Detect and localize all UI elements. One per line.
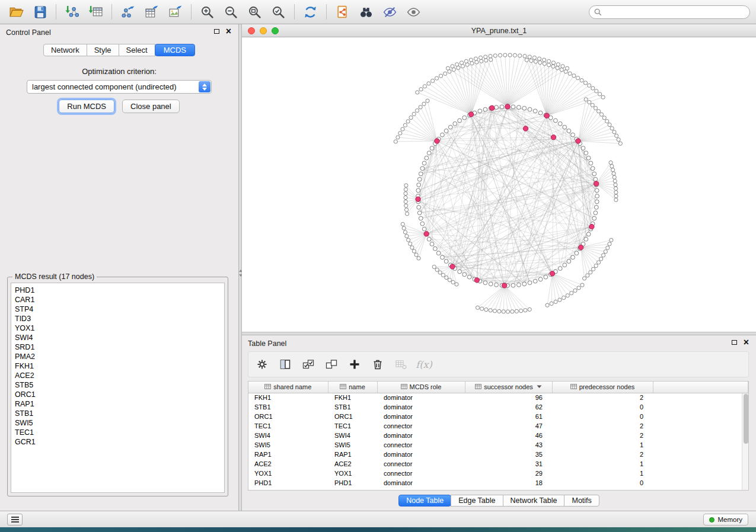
node-table-cell[interactable]: 61 <box>465 412 552 421</box>
node-table-cell[interactable]: PHD1 <box>248 478 328 488</box>
node-table-cell[interactable]: 29 <box>465 469 552 478</box>
column-header-name[interactable]: name <box>328 382 377 393</box>
mcds-result-item[interactable]: GCR1 <box>11 437 224 447</box>
search-field[interactable] <box>589 5 750 19</box>
save-session-button[interactable] <box>30 3 50 21</box>
node-table-cell[interactable]: dominator <box>377 478 465 488</box>
tab-mcds[interactable]: MCDS <box>155 44 195 56</box>
float-panel-icon[interactable] <box>732 340 737 345</box>
node-table-cell[interactable]: dominator <box>377 450 465 459</box>
node-table-cell[interactable]: STB1 <box>328 402 377 412</box>
node-table-cell[interactable]: 96 <box>465 393 552 402</box>
node-table-cell[interactable]: 2 <box>552 393 653 402</box>
node-table-cell[interactable]: dominator <box>377 431 465 440</box>
tab-select[interactable]: Select <box>119 44 155 56</box>
mcds-result-item[interactable]: FKH1 <box>11 361 224 371</box>
node-table-cell[interactable]: TEC1 <box>328 421 377 431</box>
mcds-result-item[interactable]: STB5 <box>11 380 224 390</box>
column-settings-button[interactable] <box>253 357 271 372</box>
deselect-all-button[interactable] <box>323 357 340 372</box>
zoom-out-button[interactable] <box>221 3 241 21</box>
column-header-successor-nodes[interactable]: successor nodes <box>465 382 552 393</box>
scrollbar-thumb[interactable] <box>744 394 748 444</box>
node-table-cell[interactable]: PHD1 <box>328 478 377 488</box>
node-table-cell[interactable]: 2 <box>552 421 653 431</box>
node-table-row[interactable]: STB1STB1dominator620 <box>248 402 748 412</box>
node-table-cell[interactable]: FKH1 <box>328 393 377 402</box>
node-table-cell[interactable]: connector <box>377 421 465 431</box>
node-table-cell[interactable]: 0 <box>552 478 653 488</box>
node-table-cell[interactable]: 62 <box>465 402 552 412</box>
node-table-cell[interactable]: FKH1 <box>248 393 328 402</box>
mcds-result-item[interactable]: CAR1 <box>11 295 224 305</box>
node-table-cell[interactable]: ACE2 <box>248 459 328 469</box>
share-document-button[interactable] <box>332 3 352 21</box>
network-graph[interactable] <box>242 37 756 332</box>
mcds-result-item[interactable]: TID3 <box>11 314 224 323</box>
node-table-cell[interactable]: 1 <box>552 469 653 478</box>
tab-motifs[interactable]: Motifs <box>564 495 599 507</box>
export-table-button[interactable] <box>141 3 161 21</box>
node-table-row[interactable]: YOX1YOX1connector291 <box>248 469 748 478</box>
node-table-cell[interactable]: 43 <box>465 440 552 450</box>
column-header-predecessor-nodes[interactable]: predecessor nodes <box>552 382 653 393</box>
node-table-cell[interactable]: 31 <box>465 459 552 469</box>
node-table-cell[interactable]: connector <box>377 459 465 469</box>
refresh-view-button[interactable] <box>300 3 320 21</box>
mcds-result-item[interactable]: RAP1 <box>11 399 224 409</box>
node-table-cell[interactable]: YOX1 <box>248 469 328 478</box>
import-table-button[interactable] <box>85 3 106 21</box>
node-table-row[interactable]: SWI4SWI4dominator462 <box>248 431 748 440</box>
hide-details-button[interactable] <box>379 3 400 21</box>
import-network-button[interactable] <box>62 3 82 21</box>
node-table-cell[interactable]: 18 <box>465 478 552 488</box>
node-table-cell[interactable]: 0 <box>552 402 653 412</box>
tab-network-table[interactable]: Network Table <box>503 495 565 507</box>
close-panel-icon[interactable]: × <box>744 339 749 345</box>
open-folder-button[interactable] <box>6 3 26 21</box>
mcds-result-item[interactable]: PHD1 <box>11 286 224 295</box>
mcds-result-item[interactable]: SWI4 <box>11 333 224 342</box>
show-column-panel-button[interactable] <box>276 357 294 372</box>
task-history-button[interactable] <box>7 514 23 525</box>
memory-button[interactable]: Memory <box>703 514 748 525</box>
node-table-cell[interactable]: dominator <box>377 412 465 421</box>
node-table-cell[interactable]: TEC1 <box>248 421 328 431</box>
node-table-cell[interactable]: 2 <box>552 450 653 459</box>
node-table-cell[interactable]: connector <box>377 469 465 478</box>
delete-column-button[interactable] <box>369 357 387 372</box>
mcds-result-item[interactable]: YOX1 <box>11 323 224 333</box>
show-details-button[interactable] <box>403 3 423 21</box>
node-table-cell[interactable]: 0 <box>552 412 653 421</box>
node-table-cell[interactable]: RAP1 <box>328 450 377 459</box>
node-table-cell[interactable]: YOX1 <box>328 469 377 478</box>
mcds-result-item[interactable]: SRD1 <box>11 342 224 352</box>
network-canvas[interactable] <box>242 37 756 332</box>
node-table-row[interactable]: PHD1PHD1dominator180 <box>248 478 748 488</box>
mcds-result-item[interactable]: ACE2 <box>11 371 224 380</box>
node-table-row[interactable]: ORC1ORC1dominator610 <box>248 412 748 421</box>
export-image-button[interactable] <box>165 3 185 21</box>
node-table-cell[interactable]: 2 <box>552 431 653 440</box>
tab-node-table[interactable]: Node Table <box>398 495 451 507</box>
zoom-selected-button[interactable] <box>268 3 288 21</box>
node-table-cell[interactable]: SWI5 <box>248 440 328 450</box>
run-mcds-button[interactable]: Run MCDS <box>59 100 114 113</box>
export-network-button[interactable] <box>117 3 138 21</box>
node-table-cell[interactable]: 1 <box>552 459 653 469</box>
close-panel-button[interactable]: Close panel <box>122 100 180 113</box>
zoom-fit-button[interactable] <box>244 3 264 21</box>
node-table-cell[interactable]: SWI4 <box>328 431 377 440</box>
create-column-button[interactable] <box>346 357 363 372</box>
mcds-result-list[interactable]: PHD1CAR1STP4TID3YOX1SWI4SRD1PMA2FKH1ACE2… <box>11 283 225 493</box>
node-table-cell[interactable]: RAP1 <box>248 450 328 459</box>
tab-network[interactable]: Network <box>43 44 87 56</box>
node-table-cell[interactable]: 46 <box>465 431 552 440</box>
mcds-result-item[interactable]: STP4 <box>11 305 224 314</box>
node-table-row[interactable]: FKH1FKH1dominator962 <box>248 393 748 402</box>
node-table-cell[interactable]: SWI5 <box>328 440 377 450</box>
select-all-button[interactable] <box>299 357 317 372</box>
search-input[interactable] <box>605 8 745 16</box>
node-table-cell[interactable]: 47 <box>465 421 552 431</box>
tab-style[interactable]: Style <box>87 44 119 56</box>
